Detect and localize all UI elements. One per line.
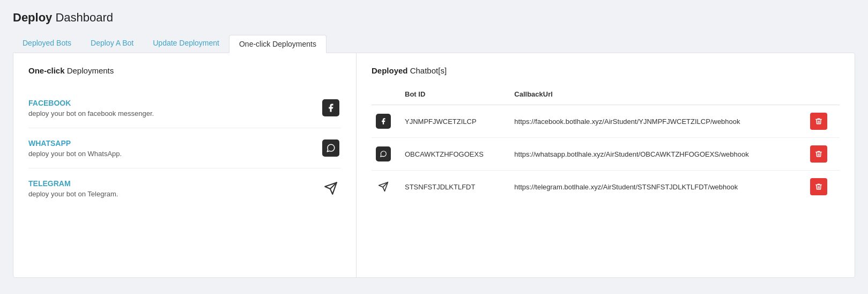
- tab-deploy-bot[interactable]: Deploy A Bot: [81, 34, 143, 53]
- col-icon: [372, 86, 398, 105]
- tab-deployed-bots[interactable]: Deployed Bots: [13, 34, 81, 53]
- left-panel-title: One-click Deployments: [28, 66, 341, 75]
- page-title: Deploy Dashboard: [13, 11, 855, 25]
- row-icon-telegram: [372, 171, 398, 203]
- callback-url-1: https://facebook.botlhale.xyz/AirStudent…: [508, 105, 804, 138]
- bot-id-1: YJNMPFJWCETZILCP: [398, 105, 508, 138]
- callback-url-2: https://whatsapp.botlhale.xyz/AirStudent…: [508, 138, 804, 171]
- chatbots-table: Bot ID CallbackUrl YJNMPFJWCETZILCP http…: [372, 86, 840, 203]
- platform-info-facebook: FACEBOOK deploy your bot on facebook mes…: [28, 99, 321, 117]
- tab-update-deployment[interactable]: Update Deployment: [143, 34, 229, 53]
- action-cell-1: [804, 105, 840, 138]
- main-content: One-click Deployments FACEBOOK deploy yo…: [13, 53, 855, 278]
- whatsapp-icon: [321, 138, 341, 158]
- tab-one-click[interactable]: One-click Deployments: [229, 35, 327, 53]
- delete-button-3[interactable]: [810, 178, 827, 195]
- action-cell-3: [804, 171, 840, 203]
- bot-id-3: STSNFSTJDLKTLFDT: [398, 171, 508, 203]
- telegram-icon: [321, 178, 341, 199]
- row-icon-facebook: [372, 105, 398, 138]
- col-bot-id: Bot ID: [398, 86, 508, 105]
- callback-url-3: https://telegram.botlhale.xyz/AirStudent…: [508, 171, 804, 203]
- platform-name-whatsapp: WHATSAPP: [28, 139, 321, 148]
- delete-button-2[interactable]: [810, 145, 827, 163]
- platform-desc-whatsapp: deploy your bot on WhatsApp.: [28, 150, 321, 158]
- platform-name-facebook: FACEBOOK: [28, 99, 321, 107]
- bot-id-2: OBCAWKTZHFOGOEXS: [398, 138, 508, 171]
- platform-desc-telegram: deploy your bot on Telegram.: [28, 190, 321, 198]
- platform-desc-facebook: deploy your bot on facebook messenger.: [28, 109, 321, 117]
- col-callback-url: CallbackUrl: [508, 86, 804, 105]
- platform-item-whatsapp[interactable]: WHATSAPP deploy your bot on WhatsApp.: [28, 128, 341, 168]
- left-panel: One-click Deployments FACEBOOK deploy yo…: [13, 53, 357, 277]
- facebook-icon: [321, 98, 341, 118]
- action-cell-2: [804, 138, 840, 171]
- table-row: OBCAWKTZHFOGOEXS https://whatsapp.botlha…: [372, 138, 840, 171]
- platform-item-telegram[interactable]: TELEGRAM deploy your bot on Telegram.: [28, 168, 341, 208]
- delete-button-1[interactable]: [810, 113, 827, 130]
- table-row: YJNMPFJWCETZILCP https://facebook.botlha…: [372, 105, 840, 138]
- right-panel-title: Deployed Chatbot[s]: [372, 66, 840, 75]
- platform-name-telegram: TELEGRAM: [28, 179, 321, 188]
- table-row: STSNFSTJDLKTLFDT https://telegram.botlha…: [372, 171, 840, 203]
- tab-bar: Deployed Bots Deploy A Bot Update Deploy…: [13, 34, 855, 53]
- row-icon-whatsapp: [372, 138, 398, 171]
- platform-item-facebook[interactable]: FACEBOOK deploy your bot on facebook mes…: [28, 88, 341, 128]
- platform-info-whatsapp: WHATSAPP deploy your bot on WhatsApp.: [28, 139, 321, 158]
- col-action: [804, 86, 840, 105]
- right-panel: Deployed Chatbot[s] Bot ID CallbackUrl: [357, 53, 855, 277]
- platform-info-telegram: TELEGRAM deploy your bot on Telegram.: [28, 179, 321, 198]
